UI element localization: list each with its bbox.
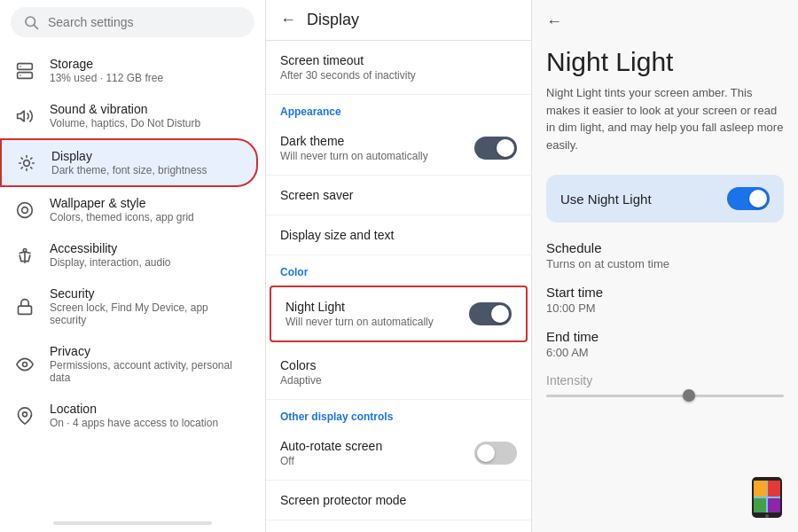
settings-item-night-light[interactable]: Night Light Will never turn on automatic… [270, 286, 528, 342]
privacy-icon [14, 354, 35, 375]
start-time-section[interactable]: Start time 10:00 PM [532, 274, 798, 318]
settings-sub-night-light: Will never turn on automatically [286, 316, 469, 328]
nav-subtitle-wallpaper: Colors, themed icons, app grid [50, 211, 244, 223]
settings-title-colors: Colors [280, 358, 517, 372]
svg-rect-11 [19, 306, 32, 314]
intensity-slider-track[interactable] [546, 395, 784, 397]
svg-point-9 [22, 207, 28, 213]
svg-rect-16 [754, 481, 767, 497]
end-time-title: End time [546, 329, 784, 344]
settings-item-colors[interactable]: Colors Adaptive [266, 346, 531, 400]
svg-point-12 [23, 362, 27, 366]
toggle-auto-rotate[interactable] [474, 442, 517, 465]
left-panel: Storage 13% used · 112 GB free Sound & v… [0, 0, 266, 532]
nav-subtitle-security: Screen lock, Find My Device, app securit… [50, 301, 244, 326]
nav-title-accessibility: Accessibility [50, 241, 244, 255]
intensity-slider-thumb[interactable] [683, 389, 695, 402]
right-back-button[interactable]: ← [546, 12, 562, 31]
nav-title-display: Display [51, 149, 242, 163]
svg-rect-3 [18, 72, 33, 78]
right-panel: ← Night Light Night Light tints your scr… [532, 0, 798, 532]
settings-item-screen-timeout[interactable]: Screen timeout After 30 seconds of inact… [266, 41, 531, 95]
use-night-light-label: Use Night Light [560, 192, 652, 207]
middle-panel-title: Display [307, 11, 359, 29]
settings-item-auto-rotate[interactable]: Auto-rotate screen Off [266, 426, 531, 481]
nav-subtitle-storage: 13% used · 112 GB free [50, 72, 244, 84]
sidebar-item-accessibility[interactable]: Accessibility Display, interaction, audi… [0, 232, 258, 278]
sidebar-item-location[interactable]: Location On · 4 apps have access to loca… [0, 393, 258, 438]
search-icon [23, 14, 39, 30]
search-bar[interactable] [11, 7, 254, 37]
settings-title-screen-saver: Screen saver [280, 188, 517, 202]
settings-item-screen-protector[interactable]: Screen protector mode [266, 481, 531, 520]
wallpaper-icon [14, 200, 35, 221]
end-time-section[interactable]: End time 6:00 AM [532, 318, 798, 363]
toggle-night-light[interactable] [469, 302, 512, 325]
section-label-other-display-label: Other display controls [266, 400, 531, 426]
sound-icon [14, 106, 35, 127]
nav-title-security: Security [50, 286, 244, 301]
settings-title-dark-theme: Dark theme [280, 134, 474, 148]
sidebar-item-security[interactable]: Security Screen lock, Find My Device, ap… [0, 278, 258, 335]
svg-point-7 [24, 160, 30, 166]
bottom-bar-indicator [53, 521, 212, 525]
nav-subtitle-privacy: Permissions, account activity, personal … [50, 359, 244, 384]
end-time-value: 6:00 AM [546, 346, 784, 359]
nav-title-wallpaper: Wallpaper & style [50, 196, 244, 210]
start-time-title: Start time [546, 285, 784, 300]
sidebar-item-privacy[interactable]: Privacy Permissions, account activity, p… [0, 335, 258, 393]
nav-subtitle-sound: Volume, haptics, Do Not Disturb [50, 117, 244, 129]
intensity-section: Intensity [532, 363, 798, 408]
sidebar-item-display[interactable]: Display Dark theme, font size, brightnes… [0, 138, 258, 187]
svg-rect-2 [18, 63, 33, 69]
night-light-title: Night Light [532, 43, 798, 84]
middle-panel: ← Display Screen timeout After 30 second… [266, 0, 532, 532]
location-icon [14, 405, 35, 426]
schedule-section[interactable]: Schedule Turns on at custom time [532, 230, 798, 274]
phone-icon-container [745, 475, 789, 523]
settings-sub-colors: Adaptive [280, 374, 517, 387]
settings-item-screen-saver[interactable]: Screen saver [266, 176, 531, 215]
phone-icon [745, 475, 789, 520]
schedule-subtitle: Turns on at custom time [546, 257, 784, 270]
settings-item-display-size-text[interactable]: Display size and text [266, 215, 531, 255]
use-night-light-row[interactable]: Use Night Light [546, 175, 784, 223]
night-light-description: Night Light tints your screen amber. Thi… [532, 84, 798, 168]
svg-rect-18 [754, 498, 766, 512]
storage-icon [14, 60, 35, 82]
settings-title-display-size-text: Display size and text [280, 228, 517, 242]
svg-line-1 [34, 25, 37, 28]
display-icon [16, 153, 37, 174]
sidebar-item-storage[interactable]: Storage 13% used · 112 GB free [0, 48, 258, 93]
search-input[interactable] [48, 15, 242, 29]
nav-title-storage: Storage [50, 57, 244, 71]
settings-sub-dark-theme: Will never turn on automatically [280, 150, 474, 162]
accessibility-icon [14, 245, 35, 266]
toggle-dark-theme[interactable] [474, 137, 517, 160]
nav-list: Storage 13% used · 112 GB free Sound & v… [0, 44, 265, 514]
nav-title-privacy: Privacy [50, 344, 244, 358]
sidebar-item-wallpaper[interactable]: Wallpaper & style Colors, themed icons, … [0, 187, 258, 232]
middle-panel-header: ← Display [266, 0, 531, 41]
security-icon [14, 296, 35, 317]
svg-point-20 [765, 514, 769, 518]
settings-sub-screen-timeout: After 30 seconds of inactivity [280, 69, 517, 82]
intensity-label: Intensity [546, 373, 784, 387]
nav-subtitle-accessibility: Display, interaction, audio [50, 256, 244, 269]
back-button[interactable]: ← [280, 11, 296, 29]
svg-rect-19 [768, 498, 780, 512]
settings-title-screen-protector: Screen protector mode [280, 493, 517, 507]
svg-point-13 [23, 411, 27, 416]
svg-rect-17 [768, 481, 780, 497]
nav-subtitle-location: On · 4 apps have access to location [50, 417, 244, 429]
svg-point-8 [18, 202, 33, 217]
nav-subtitle-display: Dark theme, font size, brightness [51, 164, 242, 176]
schedule-title: Schedule [546, 240, 784, 255]
use-night-light-toggle[interactable] [727, 187, 770, 210]
start-time-value: 10:00 PM [546, 301, 784, 315]
settings-title-night-light: Night Light [286, 300, 469, 314]
sidebar-item-sound[interactable]: Sound & vibration Volume, haptics, Do No… [0, 93, 258, 138]
settings-item-dark-theme[interactable]: Dark theme Will never turn on automatica… [266, 121, 531, 176]
section-label-appearance-label: Appearance [266, 95, 531, 121]
nav-title-sound: Sound & vibration [50, 102, 244, 116]
